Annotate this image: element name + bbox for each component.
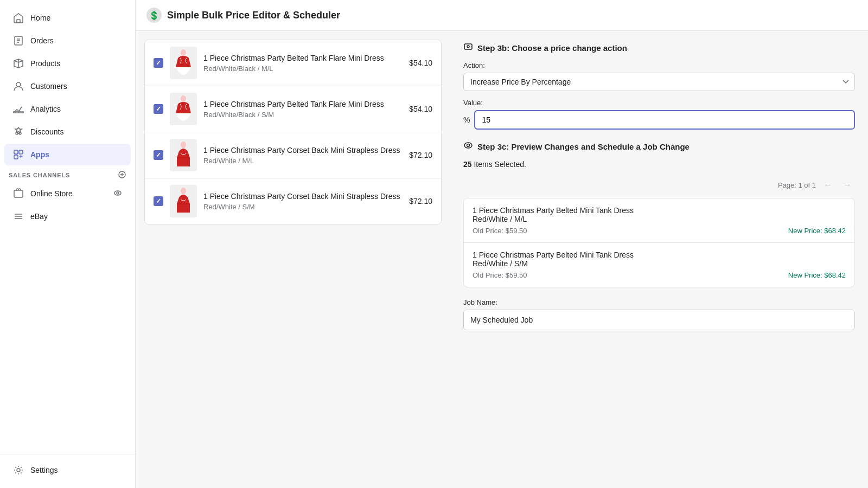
product-checkbox-3[interactable]	[154, 150, 163, 160]
product-checkbox-2[interactable]	[154, 104, 163, 114]
product-name-4: 1 Piece Christmas Party Corset Back Mini…	[203, 192, 403, 201]
sidebar-item-orders-label: Orders	[30, 36, 54, 45]
discounts-icon	[13, 126, 24, 137]
orders-icon	[13, 35, 24, 46]
table-row: 1 Piece Christmas Party Corset Back Mini…	[145, 178, 441, 224]
svg-point-2	[16, 82, 21, 87]
svg-point-12	[117, 192, 119, 194]
sidebar-item-home-label: Home	[30, 14, 50, 22]
preview-item-prices-2: Old Price: $59.50 New Price: $68.42	[473, 271, 846, 279]
apps-icon	[13, 149, 24, 160]
svg-rect-0	[17, 20, 20, 23]
sidebar-item-analytics[interactable]: Analytics	[4, 98, 131, 120]
product-info-2: 1 Piece Christmas Party Belted Tank Flar…	[203, 100, 403, 119]
product-image-3	[170, 139, 197, 171]
step-3c-label: Step 3c: Preview Changes and Schedule a …	[477, 142, 690, 151]
svg-point-14	[181, 49, 186, 56]
table-row: 1 Piece Christmas Party Belted Tank Flar…	[145, 86, 441, 132]
product-list-card: 1 Piece Christmas Party Belted Tank Flar…	[144, 40, 442, 224]
product-info-1: 1 Piece Christmas Party Belted Tank Flar…	[203, 54, 403, 73]
step-3c-icon	[463, 140, 473, 152]
online-store-icon	[13, 188, 24, 199]
old-price-1: Old Price: $59.50	[473, 227, 527, 235]
action-label: Action:	[463, 61, 855, 69]
svg-point-28	[464, 143, 472, 148]
svg-rect-22	[177, 204, 190, 213]
svg-point-26	[464, 46, 465, 47]
sidebar-item-products[interactable]: Products	[4, 53, 131, 74]
new-price-1: New Price: $68.42	[788, 227, 846, 235]
sidebar-item-home[interactable]: Home	[4, 7, 131, 29]
content-area: 1 Piece Christmas Party Belted Tank Flar…	[136, 31, 868, 488]
product-price-4: $72.10	[409, 197, 432, 206]
step-3c-header: Step 3c: Preview Changes and Schedule a …	[463, 140, 855, 152]
product-variant-1: Red/White/Black / M/L	[203, 65, 403, 73]
product-name-1: 1 Piece Christmas Party Belted Tank Flar…	[203, 54, 403, 62]
product-variant-4: Red/White / S/M	[203, 203, 403, 211]
sidebar-item-orders[interactable]: Orders	[4, 30, 131, 52]
svg-rect-6	[14, 150, 18, 154]
sidebar-item-online-store[interactable]: Online Store	[4, 183, 131, 204]
sidebar: Home Orders Products Customers	[0, 0, 136, 488]
sidebar-item-settings[interactable]: Settings	[4, 459, 131, 481]
value-input[interactable]	[474, 110, 855, 130]
product-checkbox-4[interactable]	[154, 196, 163, 206]
product-variant-3: Red/White / M/L	[203, 157, 403, 165]
job-name-input[interactable]	[463, 310, 855, 330]
value-row: %	[463, 110, 855, 130]
customers-icon	[13, 81, 24, 92]
product-variant-2: Red/White/Black / S/M	[203, 111, 403, 119]
analytics-icon	[13, 104, 24, 114]
product-panel: 1 Piece Christmas Party Belted Tank Flar…	[136, 31, 450, 488]
prev-page-button[interactable]: ←	[820, 177, 835, 192]
sidebar-item-products-label: Products	[30, 59, 60, 68]
product-price-2: $54.10	[409, 105, 432, 113]
pagination-row: Page: 1 of 1 ← →	[463, 177, 855, 192]
sidebar-item-apps[interactable]: Apps	[4, 144, 131, 165]
table-row: 1 Piece Christmas Party Belted Tank Flar…	[145, 40, 441, 86]
preview-item-prices-1: Old Price: $59.50 New Price: $68.42	[473, 227, 846, 235]
sidebar-item-ebay[interactable]: eBay	[4, 206, 131, 227]
product-image-2	[170, 93, 197, 125]
sidebar-item-settings-label: Settings	[30, 466, 58, 474]
product-info-3: 1 Piece Christmas Party Corset Back Mini…	[203, 146, 403, 165]
preview-item-2: 1 Piece Christmas Party Belted Mini Tank…	[464, 243, 854, 287]
sales-channels-section: SALES CHANNELS	[0, 166, 135, 182]
product-image-1	[170, 47, 197, 79]
svg-point-18	[181, 142, 186, 148]
product-name-2: 1 Piece Christmas Party Belted Tank Flar…	[203, 100, 403, 108]
percent-symbol: %	[463, 115, 470, 124]
product-price-3: $72.10	[409, 151, 432, 159]
add-sales-channel-icon[interactable]	[118, 170, 126, 180]
svg-rect-8	[14, 155, 18, 159]
new-price-2: New Price: $68.42	[788, 271, 846, 279]
svg-point-25	[467, 46, 469, 48]
job-name-label: Job Name:	[463, 298, 855, 306]
top-bar: 💲 Simple Bulk Price Editor & Scheduler	[136, 0, 868, 31]
next-page-button[interactable]: →	[840, 177, 855, 192]
product-image-4	[170, 185, 197, 217]
sidebar-item-customers-label: Customers	[30, 82, 67, 91]
step-3b-header: Step 3b: Choose a price change action	[463, 42, 855, 54]
product-checkbox-1[interactable]	[154, 58, 163, 68]
svg-rect-3	[14, 112, 23, 113]
sidebar-item-customers[interactable]: Customers	[4, 75, 131, 97]
page-title: Simple Bulk Price Editor & Scheduler	[167, 10, 340, 21]
preview-scroll-area[interactable]: 1 Piece Christmas Party Belted Mini Tank…	[464, 198, 854, 287]
online-store-eye-icon[interactable]	[113, 189, 122, 199]
sidebar-item-discounts[interactable]: Discounts	[4, 121, 131, 143]
product-price-1: $54.10	[409, 59, 432, 67]
step-3b-section: Step 3b: Choose a price change action Ac…	[463, 42, 855, 130]
job-name-section: Job Name:	[463, 298, 855, 330]
items-selected: 25 Items Selected.	[463, 160, 855, 169]
table-row: 1 Piece Christmas Party Corset Back Mini…	[145, 132, 441, 178]
settings-icon	[13, 465, 24, 476]
home-icon	[13, 12, 24, 23]
preview-card: 1 Piece Christmas Party Belted Mini Tank…	[463, 198, 855, 287]
svg-rect-10	[14, 190, 23, 197]
svg-point-11	[114, 191, 121, 195]
action-select[interactable]: Increase Price By Percentage Decrease Pr…	[463, 73, 855, 91]
value-label: Value:	[463, 99, 855, 107]
sidebar-item-analytics-label: Analytics	[30, 105, 61, 113]
svg-point-27	[471, 46, 473, 47]
